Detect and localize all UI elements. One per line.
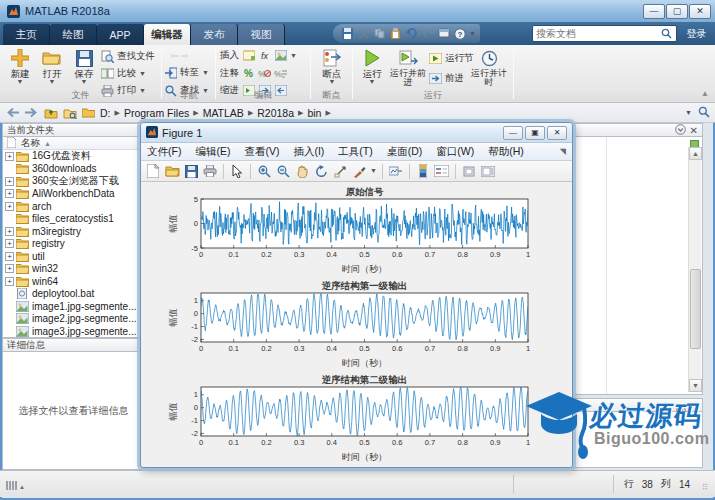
uncomment-icon[interactable]: % — [258, 67, 271, 80]
back-icon[interactable]: ⇦ — [170, 50, 178, 61]
insert-button[interactable]: 插入 — [220, 49, 239, 62]
fig-new-icon[interactable] — [145, 163, 161, 179]
file-row[interactable]: +win32 — [3, 263, 144, 276]
file-row[interactable]: +m3iregistry — [3, 225, 144, 238]
hide-plot-tools-icon[interactable] — [461, 163, 477, 179]
compare-button[interactable]: 比较▼ — [101, 66, 146, 81]
expand-icon[interactable]: + — [5, 202, 14, 211]
rotate-3d-icon[interactable] — [313, 163, 329, 179]
figure-menu-item[interactable]: 查看(V) — [244, 145, 279, 159]
expand-icon[interactable]: + — [5, 177, 14, 186]
show-plot-tools-icon[interactable] — [480, 163, 496, 179]
path-dropdown-icon[interactable]: ▼ — [685, 110, 692, 116]
signin-button[interactable]: 登录 — [680, 25, 713, 42]
advance-button[interactable]: 前进 — [429, 71, 464, 86]
expand-icon[interactable]: + — [5, 264, 14, 273]
figure-menu-item[interactable]: 文件(F) — [147, 145, 181, 159]
breadcrumb-separator-icon[interactable]: ▶ — [113, 109, 122, 117]
resize-grip[interactable]: ⠿ — [702, 483, 712, 493]
brush-icon[interactable] — [351, 163, 367, 179]
save-icon[interactable] — [341, 27, 354, 40]
brush-dropdown-icon[interactable]: ▼ — [370, 168, 377, 174]
editor-scrollbar[interactable]: ▲ ▼ — [688, 147, 701, 392]
figure-menu-item[interactable]: 帮助(H) — [488, 145, 524, 159]
figure-restore-button[interactable]: ▣ — [525, 126, 545, 140]
breadcrumb-separator-icon[interactable]: ▶ — [323, 109, 332, 117]
run-advance-button[interactable]: 运行并前进 — [390, 47, 426, 87]
expand-icon[interactable]: + — [5, 239, 14, 248]
run-time-button[interactable]: 运行并计时 — [470, 47, 508, 87]
tab-3[interactable]: 编辑器 — [144, 24, 191, 45]
breakpoints-button[interactable]: 断点▼ — [316, 47, 348, 85]
breadcrumb-segment[interactable]: bin — [307, 107, 321, 119]
legend-icon[interactable] — [434, 163, 450, 179]
qat-dropdown-icon[interactable]: ▼ — [469, 31, 476, 37]
zoom-out-icon[interactable] — [275, 163, 291, 179]
redo-icon[interactable] — [421, 27, 434, 40]
history-forward-icon[interactable] — [24, 106, 39, 120]
fig-save-icon[interactable] — [183, 163, 199, 179]
run-section-button[interactable]: 运行节 — [429, 51, 474, 66]
panel-menu-icon[interactable] — [675, 124, 686, 137]
figure-minimize-button[interactable]: — — [503, 126, 523, 140]
find-files-button[interactable]: 查找文件 — [101, 49, 155, 64]
breadcrumb-segment[interactable]: Program Files — [124, 107, 189, 119]
file-row[interactable]: image2.jpg-segmente... — [3, 313, 144, 326]
history-back-icon[interactable] — [5, 106, 20, 120]
figure-menu-item[interactable]: 工具(T) — [338, 145, 372, 159]
help-icon[interactable]: ? — [453, 27, 466, 40]
file-row[interactable]: image3.jpg-segmente... — [3, 325, 144, 338]
browse-folder-icon[interactable] — [62, 106, 77, 120]
fig-open-icon[interactable] — [164, 163, 180, 179]
current-folder-header[interactable]: 当前文件夹 — [2, 123, 145, 137]
file-row[interactable]: +360安全浏览器下载 — [3, 175, 144, 188]
file-row[interactable]: files_ceratocystis1 — [3, 213, 144, 226]
undo-icon[interactable] — [405, 27, 418, 40]
tab-5[interactable]: 视图 — [238, 24, 285, 45]
breadcrumb-separator-icon[interactable]: ▶ — [246, 109, 255, 117]
tab-1[interactable]: 绘图 — [50, 24, 97, 45]
insert-image-icon[interactable] — [274, 49, 287, 62]
breadcrumb-segment[interactable]: MATLAB — [203, 107, 244, 119]
file-row[interactable]: image1.jpg-segmente... — [3, 300, 144, 313]
scroll-up-icon[interactable]: ▲ — [689, 147, 702, 160]
expand-icon[interactable]: + — [5, 227, 14, 236]
insert-fx-icon[interactable]: fx — [258, 49, 271, 62]
paste-icon[interactable] — [389, 27, 402, 40]
expand-icon[interactable]: + — [5, 189, 14, 198]
figure-menu-item[interactable]: 插入(I) — [293, 145, 324, 159]
tab-0[interactable]: 主页 — [3, 24, 50, 45]
maximize-button[interactable]: ▢ — [666, 4, 688, 19]
details-header[interactable]: 详细信息 — [2, 338, 145, 352]
figure-window[interactable]: Figure 1 — ▣ ✕ 文件(F)编辑(E)查看(V)插入(I)工具(T)… — [140, 122, 573, 468]
expand-icon[interactable]: + — [5, 152, 14, 161]
name-column-header[interactable]: 名称 ▲ — [3, 137, 144, 150]
pan-hand-icon[interactable] — [294, 163, 310, 179]
zoom-in-icon[interactable] — [256, 163, 272, 179]
save-button[interactable]: 保存▼ — [68, 47, 100, 85]
file-row[interactable]: 360downloads — [3, 163, 144, 176]
search-icon[interactable] — [661, 25, 672, 43]
tab-2[interactable]: APP — [97, 24, 144, 45]
breadcrumb-segment[interactable]: D: — [100, 107, 111, 119]
doc-search-input[interactable] — [536, 28, 661, 39]
copy-icon[interactable] — [373, 27, 386, 40]
figure-menu-item[interactable]: 编辑(E) — [195, 145, 230, 159]
close-button[interactable]: ✕ — [689, 4, 711, 19]
tab-4[interactable]: 发布 — [191, 24, 238, 45]
file-row[interactable]: +AliWorkbenchData — [3, 188, 144, 201]
wrap-comment-icon[interactable]: % — [274, 67, 287, 80]
file-row[interactable]: deploytool.bat — [3, 288, 144, 301]
data-cursor-icon[interactable] — [332, 163, 348, 179]
goto-button[interactable]: 转至▼ — [164, 65, 209, 80]
expand-icon[interactable]: + — [5, 252, 14, 261]
up-folder-icon[interactable] — [43, 106, 58, 120]
figure-titlebar[interactable]: Figure 1 — ▣ ✕ — [141, 123, 572, 143]
open-button[interactable]: 打开▼ — [36, 47, 68, 85]
busy-indicator-button[interactable]: ▲ — [6, 478, 25, 490]
forward-icon[interactable]: ⇨ — [181, 50, 189, 61]
dock-icon[interactable] — [437, 27, 450, 40]
comment-icon[interactable]: % — [242, 67, 255, 80]
breadcrumb-segment[interactable]: R2018a — [257, 107, 294, 119]
file-row[interactable]: +registry — [3, 238, 144, 251]
